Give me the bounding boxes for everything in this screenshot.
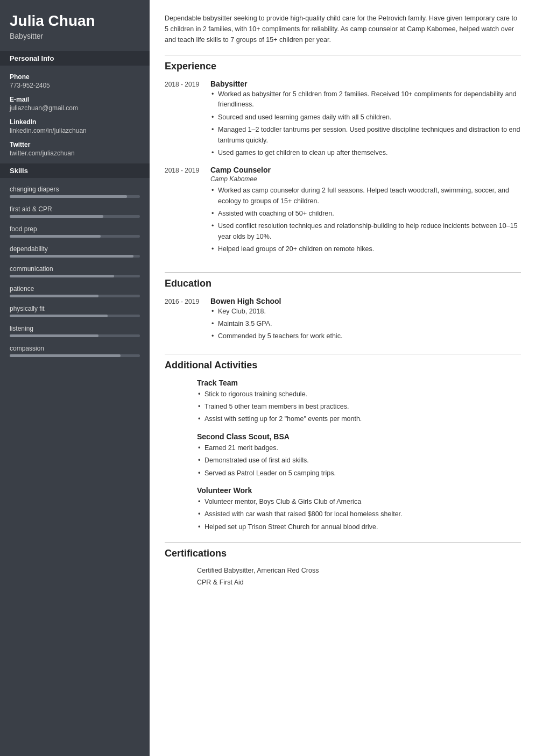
linkedin-value: linkedin.com/in/juliazchuan bbox=[10, 127, 140, 134]
activity-bullet: Trained 5 other team members in best pra… bbox=[197, 402, 521, 412]
exp-bullet: Worked as babysitter for 5 children from… bbox=[210, 89, 521, 110]
skill-item: patience bbox=[10, 285, 140, 297]
skill-bar-fill bbox=[10, 215, 103, 218]
activity-bullets-list: Volunteer mentor, Boys Club & Girls Club… bbox=[197, 497, 521, 532]
twitter-block: Twitter twitter.com/juliazchuan bbox=[10, 141, 140, 157]
certifications-divider bbox=[165, 542, 521, 543]
certifications-heading: Certifications bbox=[165, 548, 521, 559]
edu-bullet: Commended by 5 teachers for work ethic. bbox=[210, 331, 521, 341]
activity-bullet: Served as Patrol Leader on 5 camping tri… bbox=[197, 468, 521, 479]
skill-name: compassion bbox=[10, 345, 140, 352]
skill-bar-bg bbox=[10, 275, 140, 277]
skill-bar-bg bbox=[10, 195, 140, 198]
skill-bar-bg bbox=[10, 255, 140, 258]
exp-bullet: Used games to get children to clean up a… bbox=[210, 148, 521, 158]
exp-bullets-list: Worked as camp counselor during 2 full s… bbox=[210, 186, 521, 254]
skill-bar-bg bbox=[10, 334, 140, 337]
activities-divider bbox=[165, 354, 521, 354]
personal-info-section-title: Personal Info bbox=[0, 51, 150, 66]
skill-bar-bg bbox=[10, 315, 140, 317]
activity-bullets-list: Earned 21 merit badges.Demonstrated use … bbox=[197, 443, 521, 479]
skill-bar-fill bbox=[10, 295, 98, 297]
skill-name: changing diapers bbox=[10, 186, 140, 193]
skill-item: first aid & CPR bbox=[10, 205, 140, 218]
cert-item: CPR & First Aid bbox=[197, 579, 521, 586]
skill-item: food prep bbox=[10, 225, 140, 238]
phone-label: Phone bbox=[10, 73, 140, 81]
skill-name: dependability bbox=[10, 245, 140, 253]
twitter-value: twitter.com/juliazchuan bbox=[10, 149, 140, 157]
sidebar: Julia Chuan Babysitter Personal Info Pho… bbox=[0, 0, 150, 756]
skill-name: first aid & CPR bbox=[10, 205, 140, 213]
edu-date: 2016 - 2019 bbox=[165, 297, 205, 344]
activity-bullet: Stick to rigorous training schedule. bbox=[197, 389, 521, 400]
email-value: juliazchuan@gmail.com bbox=[10, 104, 140, 112]
phone-value: 773-952-2405 bbox=[10, 82, 140, 89]
experience-divider bbox=[165, 55, 521, 55]
skill-bar-bg bbox=[10, 354, 140, 357]
cert-item: Certified Babysitter, American Red Cross bbox=[197, 567, 521, 574]
exp-content-cell: Camp Counselor Camp Kabomee Worked as ca… bbox=[205, 166, 521, 256]
activity-bullet: Assist with setting up for 2 "home" even… bbox=[197, 414, 521, 424]
skill-item: dependability bbox=[10, 245, 140, 258]
skill-name: physically fit bbox=[10, 305, 140, 312]
phone-block: Phone 773-952-2405 bbox=[10, 73, 140, 89]
exp-bullet: Assisted with coaching of 50+ children. bbox=[210, 209, 521, 219]
skill-bar-bg bbox=[10, 235, 140, 238]
exp-bullet: Sourced and used learning games daily wi… bbox=[210, 112, 521, 123]
edu-content-cell: Bowen High School Key Club, 2018.Maintai… bbox=[205, 297, 521, 344]
skills-list: changing diapers first aid & CPR food pr… bbox=[10, 186, 140, 357]
experience-row: 2018 - 2019 Camp Counselor Camp Kabomee … bbox=[165, 166, 521, 256]
summary-text: Dependable babysitter seeking to provide… bbox=[165, 13, 521, 45]
activity-bullet: Helped set up Trison Street Church for a… bbox=[197, 522, 521, 532]
edu-bullets-list: Key Club, 2018.Maintain 3.5 GPA.Commende… bbox=[210, 306, 521, 342]
skill-bar-fill bbox=[10, 315, 108, 317]
skill-item: changing diapers bbox=[10, 186, 140, 198]
skill-name: food prep bbox=[10, 225, 140, 233]
experience-row: 2018 - 2019 Babysitter Worked as babysit… bbox=[165, 80, 521, 160]
activity-title: Track Team bbox=[197, 379, 521, 387]
linkedin-block: LinkedIn linkedin.com/in/juliazchuan bbox=[10, 118, 140, 134]
activity-block: Track Team Stick to rigorous training sc… bbox=[165, 379, 521, 425]
skills-section-title: Skills bbox=[0, 163, 150, 178]
activity-title: Second Class Scout, BSA bbox=[197, 432, 521, 441]
skill-bar-bg bbox=[10, 295, 140, 297]
education-heading: Education bbox=[165, 278, 521, 289]
edu-bullet: Key Club, 2018. bbox=[210, 306, 521, 317]
skill-bar-fill bbox=[10, 354, 121, 357]
activities-list: Track Team Stick to rigorous training sc… bbox=[165, 379, 521, 532]
certifications-list: Certified Babysitter, American Red Cross… bbox=[165, 567, 521, 586]
activity-bullet: Assisted with car wash that raised $800 … bbox=[197, 509, 521, 519]
activity-bullet: Earned 21 merit badges. bbox=[197, 443, 521, 453]
main-content: Dependable babysitter seeking to provide… bbox=[150, 0, 536, 756]
skill-bar-fill bbox=[10, 235, 101, 238]
exp-date: 2018 - 2019 bbox=[165, 166, 205, 256]
education-row: 2016 - 2019 Bowen High School Key Club, … bbox=[165, 297, 521, 344]
activity-title: Volunteer Work bbox=[197, 486, 521, 495]
skill-name: patience bbox=[10, 285, 140, 293]
education-divider bbox=[165, 272, 521, 273]
exp-bullet: Helped lead groups of 20+ children on re… bbox=[210, 244, 521, 254]
edu-bullet: Maintain 3.5 GPA. bbox=[210, 319, 521, 329]
exp-job-title: Camp Counselor bbox=[210, 166, 521, 174]
exp-job-title: Babysitter bbox=[210, 80, 521, 88]
exp-bullet: Managed 1–2 toddler tantrums per session… bbox=[210, 125, 521, 146]
candidate-name: Julia Chuan bbox=[10, 13, 140, 30]
skill-bar-fill bbox=[10, 255, 133, 258]
edu-school-name: Bowen High School bbox=[210, 297, 521, 305]
activity-bullet: Demonstrated use of first aid skills. bbox=[197, 455, 521, 466]
exp-content-cell: Babysitter Worked as babysitter for 5 ch… bbox=[205, 80, 521, 160]
education-table: 2016 - 2019 Bowen High School Key Club, … bbox=[165, 297, 521, 344]
experience-heading: Experience bbox=[165, 61, 521, 72]
exp-bullet: Used conflict resolution techniques and … bbox=[210, 221, 521, 242]
activity-block: Second Class Scout, BSA Earned 21 merit … bbox=[165, 432, 521, 479]
skill-bar-fill bbox=[10, 334, 98, 337]
exp-bullet: Worked as camp counselor during 2 full s… bbox=[210, 186, 521, 206]
candidate-title: Babysitter bbox=[10, 32, 140, 40]
exp-bullets-list: Worked as babysitter for 5 children from… bbox=[210, 89, 521, 158]
skill-item: physically fit bbox=[10, 305, 140, 317]
email-block: E-mail juliazchuan@gmail.com bbox=[10, 96, 140, 112]
activity-bullet: Volunteer mentor, Boys Club & Girls Club… bbox=[197, 497, 521, 507]
skill-bar-fill bbox=[10, 275, 114, 277]
skill-name: communication bbox=[10, 265, 140, 273]
